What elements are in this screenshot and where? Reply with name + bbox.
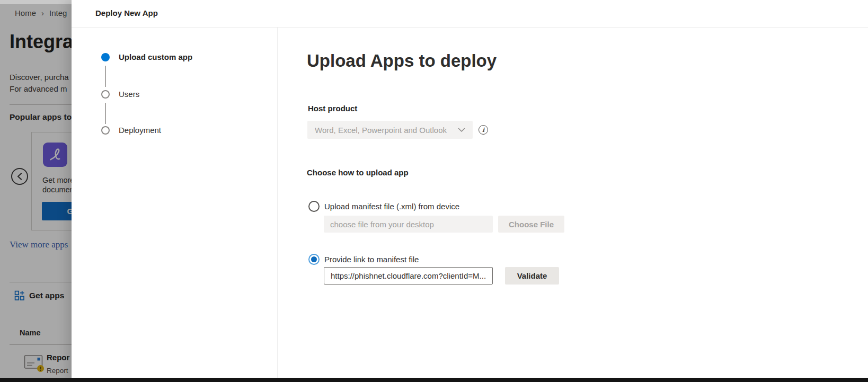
step-label-users[interactable]: Users <box>119 90 139 99</box>
radio-upload-from-device[interactable] <box>308 201 320 212</box>
validate-button[interactable]: Validate <box>505 267 559 285</box>
panel-vertical-divider <box>277 28 278 382</box>
step-indicator-deployment <box>101 126 110 135</box>
manifest-file-input[interactable] <box>324 216 493 233</box>
step-connector <box>105 66 106 87</box>
step-connector <box>105 103 106 124</box>
step-indicator-upload-custom-app <box>101 53 110 61</box>
choose-file-button[interactable]: Choose File <box>498 216 564 233</box>
host-product-label: Host product <box>308 104 357 113</box>
radio-provide-link[interactable] <box>308 254 320 265</box>
content-title: Upload Apps to deploy <box>307 51 497 71</box>
panel-header-divider <box>72 27 868 28</box>
choose-how-to-upload-label: Choose how to upload app <box>307 168 409 177</box>
radio-provide-link-label[interactable]: Provide link to manifest file <box>324 255 419 264</box>
radio-upload-from-device-label[interactable]: Upload manifest file (.xml) from device <box>324 202 459 211</box>
host-product-dropdown[interactable]: Word, Excel, Powerpoint and Outlook <box>307 121 473 139</box>
screen: Home›Integ Integra Discover, purcha For … <box>0 0 868 382</box>
step-indicator-users <box>101 90 110 99</box>
chevron-down-icon <box>458 128 465 132</box>
window-top-edge <box>0 0 72 4</box>
host-product-value: Word, Excel, Powerpoint and Outlook <box>315 126 458 135</box>
step-label-upload-custom-app[interactable]: Upload custom app <box>119 52 192 61</box>
manifest-url-input[interactable] <box>324 267 493 285</box>
window-bottom-edge <box>0 378 868 382</box>
panel-title: Deploy New App <box>95 8 158 17</box>
step-label-deployment[interactable]: Deployment <box>119 126 161 135</box>
info-icon[interactable]: i <box>479 125 488 135</box>
deploy-new-app-panel: Deploy New App Upload custom app Users D… <box>72 0 868 382</box>
